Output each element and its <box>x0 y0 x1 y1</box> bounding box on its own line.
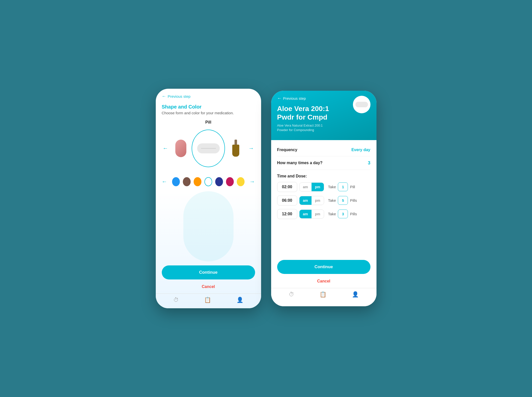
pm-button-2[interactable]: pm <box>312 196 324 205</box>
take-label-1: Take <box>328 185 336 189</box>
dropper-shape <box>231 140 240 157</box>
med-pill-icon <box>355 102 368 107</box>
frequency-label: Frequency <box>277 148 297 152</box>
continue-button-2[interactable]: Continue <box>277 260 370 274</box>
color-orange[interactable] <box>194 177 201 186</box>
nav-clock-icon-1[interactable]: ⏱ <box>173 297 179 303</box>
am-button-3[interactable]: am <box>299 210 312 218</box>
time-dose-section: Time and Dose: am pm Take 1 Pill <box>277 170 370 223</box>
section-subtitle-1: Choose form and color for your medicatio… <box>156 111 261 120</box>
times-value[interactable]: 3 <box>368 160 370 166</box>
section-title-1: Shape and Color <box>156 102 261 111</box>
time-input-3[interactable] <box>277 209 297 219</box>
pm-button-1[interactable]: pm <box>312 183 324 191</box>
pill-line <box>201 148 216 149</box>
color-blue[interactable] <box>172 177 180 186</box>
continue-button-1[interactable]: Continue <box>162 265 255 279</box>
watermark-pill <box>183 191 234 261</box>
unit-label-3: Pills <box>350 212 357 216</box>
shape-prev-button[interactable]: ← <box>161 144 170 153</box>
bottom-content-1: Continue Cancel ⏱ 📋 👤 <box>156 191 261 308</box>
cancel-button-1[interactable]: Cancel <box>162 282 255 291</box>
color-navy[interactable] <box>215 177 223 186</box>
shape-carousel: ← → <box>156 127 261 170</box>
dropper-top <box>235 140 237 145</box>
back-arrow-icon-1: ← <box>162 94 166 99</box>
nav-bar-1: ← Previous step <box>156 89 261 102</box>
color-brown[interactable] <box>183 177 191 186</box>
take-label-3: Take <box>328 212 336 216</box>
color-crimson[interactable] <box>226 177 234 186</box>
selected-shape-circle <box>192 130 225 167</box>
frequency-value[interactable]: Every day <box>351 148 370 152</box>
spacer <box>277 223 370 260</box>
nav-list-icon-1[interactable]: 📋 <box>204 297 211 303</box>
time-input-1[interactable] <box>277 182 297 192</box>
am-button-2[interactable]: am <box>299 196 312 205</box>
ampm-group-3: am pm <box>299 210 324 219</box>
bottom-actions-2: Continue Cancel <box>277 260 370 288</box>
med-name: Aloe Vera 200:1 Pwdr for Cmpd <box>277 105 337 121</box>
ampm-group-1: am pm <box>299 182 324 191</box>
shape-label: Pill <box>156 120 261 125</box>
unit-label-2: Pills <box>350 198 357 203</box>
dropper-body <box>232 145 239 157</box>
qty-badge-2[interactable]: 5 <box>338 196 348 205</box>
frequency-row: Frequency Every day <box>277 144 370 156</box>
ampm-group-2: am pm <box>299 196 324 205</box>
bottom-nav-1: ⏱ 📋 👤 <box>156 293 261 308</box>
bottom-nav-2: ⏱ 📋 👤 <box>271 288 376 300</box>
color-next-button[interactable]: → <box>248 177 257 186</box>
qty-badge-1[interactable]: 1 <box>338 182 348 191</box>
color-carousel: ← → <box>156 172 261 191</box>
header-gradient: ← Previous step Aloe Vera 200:1 Pwdr for… <box>271 91 376 140</box>
back-button-1[interactable]: ← Previous step <box>162 94 191 99</box>
bottom-actions-1: Continue Cancel <box>156 261 261 293</box>
qty-badge-3[interactable]: 3 <box>338 210 348 218</box>
nav-clock-icon-2[interactable]: ⏱ <box>289 291 294 298</box>
watermark-area <box>156 191 261 261</box>
capsule-shape <box>175 140 186 157</box>
back-label-1: Previous step <box>168 94 191 98</box>
take-label-2: Take <box>328 198 336 203</box>
color-yellow[interactable] <box>237 177 245 186</box>
times-row: How many times a day? 3 <box>277 156 370 170</box>
med-name-line2: Pwdr for Cmpd <box>277 113 328 121</box>
shape-next-button[interactable]: → <box>247 144 256 153</box>
nav-list-icon-2[interactable]: 📋 <box>320 291 326 298</box>
am-button-1[interactable]: am <box>299 183 312 191</box>
med-subtitle-line1: Aloe Vera Natural Extract 200:1 <box>277 124 323 127</box>
unit-label-1: Pill <box>350 185 355 189</box>
screen1: ← Previous step Shape and Color Choose f… <box>156 89 261 308</box>
screen2: ← Previous step Aloe Vera 200:1 Pwdr for… <box>271 91 376 306</box>
back-label-2: Previous step <box>283 96 306 101</box>
times-label: How many times a day? <box>277 161 323 165</box>
time-input-2[interactable] <box>277 195 297 206</box>
pill-shape <box>197 143 220 153</box>
back-button-2[interactable]: ← Previous step <box>277 96 306 101</box>
back-arrow-icon-2: ← <box>277 96 282 101</box>
dose-row-3: am pm Take 3 Pills <box>277 209 370 219</box>
color-prev-button[interactable]: ← <box>160 177 169 186</box>
screens-container: ← Previous step Shape and Color Choose f… <box>156 89 376 308</box>
color-white[interactable] <box>204 177 212 186</box>
nav-person-icon-1[interactable]: 👤 <box>237 297 243 303</box>
med-name-line1: Aloe Vera 200:1 <box>277 105 329 113</box>
med-icon-circle <box>353 96 370 113</box>
cancel-button-2[interactable]: Cancel <box>277 277 370 285</box>
pm-button-3[interactable]: pm <box>312 210 324 218</box>
capsule-item <box>174 138 188 158</box>
content-card: Frequency Every day How many times a day… <box>271 138 376 306</box>
time-dose-label: Time and Dose: <box>277 174 370 178</box>
nav-person-icon-2[interactable]: 👤 <box>352 291 359 298</box>
dropper-item <box>229 138 242 158</box>
med-subtitle-line2: Powder for Compounding <box>277 128 314 132</box>
med-subtitle: Aloe Vera Natural Extract 200:1 Powder f… <box>277 123 370 132</box>
dose-row-2: am pm Take 5 Pills <box>277 195 370 206</box>
dose-row-1: am pm Take 1 Pill <box>277 182 370 192</box>
